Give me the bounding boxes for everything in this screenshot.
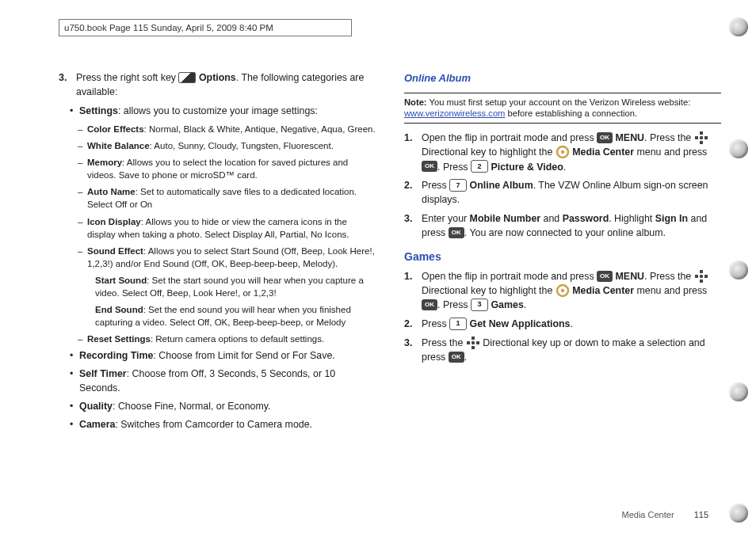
svg-rect-3 <box>704 136 708 139</box>
ok-key-icon: OK <box>597 132 613 143</box>
step-number: 3. <box>404 337 422 365</box>
ok-key-icon: OK <box>422 299 437 310</box>
ok-key-icon: OK <box>449 352 464 363</box>
ring-icon <box>729 504 748 523</box>
svg-point-18 <box>472 341 475 344</box>
svg-rect-16 <box>467 341 470 344</box>
step-number: 2. <box>404 318 422 332</box>
svg-point-13 <box>561 289 564 292</box>
step-text: Open the flip in portrait mode and press… <box>422 270 721 314</box>
dash-reset: Reset Settings: Return camera options to… <box>78 333 376 345</box>
ring-icon <box>729 260 748 280</box>
oa-step-1: 1. Open the flip in portrait mode and pr… <box>404 131 721 175</box>
bullet-camera: Camera: Switches from Camcorder to Camer… <box>70 418 376 432</box>
ok-key-icon: OK <box>449 227 464 238</box>
svg-point-4 <box>700 136 703 139</box>
step-text: Press 1 Get New Applications. <box>422 318 721 332</box>
step-3: 3. Press the right soft key Options. The… <box>59 71 376 100</box>
spiral-binding <box>729 0 751 540</box>
g-step-1: 1. Open the flip in portrait mode and pr… <box>404 270 721 314</box>
dpad-circle-icon <box>556 145 570 159</box>
svg-rect-0 <box>700 131 703 135</box>
settings-bullets: Settings: allows you to customize your i… <box>70 105 376 432</box>
step-number: 3. <box>59 71 76 100</box>
ring-icon <box>729 17 748 36</box>
doc-header: u750.book Page 115 Sunday, April 5, 2009… <box>59 19 352 36</box>
step-number: 1. <box>404 270 422 314</box>
sub-start-sound: Start Sound: Set the start sound you wil… <box>95 274 376 299</box>
dash-auto: Auto Name: Set to automatically save fil… <box>78 185 376 211</box>
footer-section: Media Center <box>622 510 674 519</box>
svg-point-11 <box>700 275 703 278</box>
key-3-icon: 3 <box>471 299 488 311</box>
dash-color: Color Effects: Normal, Black & White, An… <box>78 123 376 135</box>
bullet-quality: Quality: Choose Fine, Normal, or Economy… <box>70 400 376 414</box>
left-column: 3. Press the right soft key Options. The… <box>59 71 376 436</box>
ring-icon <box>729 382 748 401</box>
svg-rect-8 <box>700 280 703 283</box>
svg-rect-10 <box>704 275 708 278</box>
step-text: Open the flip in portrait mode and press… <box>422 131 721 175</box>
key-1-icon: 1 <box>449 318 467 330</box>
svg-rect-15 <box>472 346 475 349</box>
svg-rect-17 <box>476 341 479 344</box>
bullet-rectime: Recording Time: Choose from Limit for Se… <box>70 349 376 363</box>
step-number: 3. <box>404 212 422 241</box>
step-number: 2. <box>404 179 422 207</box>
g-step-2: 2. Press 1 Get New Applications. <box>404 318 721 332</box>
oa-step-3: 3. Enter your Mobile Number and Password… <box>404 212 721 241</box>
step-text: Enter your Mobile Number and Password. H… <box>422 212 721 241</box>
dpad-icon <box>694 131 708 145</box>
soft-key-icon <box>178 72 196 83</box>
dash-memory: Memory: Allows you to select the locatio… <box>78 156 376 181</box>
doc-header-text: u750.book Page 115 Sunday, April 5, 2009… <box>64 23 273 32</box>
dash-icon: Icon Display: Allows you to hide or view… <box>78 215 376 241</box>
step-text: Press 7 Online Album. The VZW Online Alb… <box>422 179 721 207</box>
ok-key-icon: OK <box>422 161 437 172</box>
page-body: 3. Press the right soft key Options. The… <box>59 71 724 436</box>
step-text: Press the right soft key Options. The fo… <box>76 71 376 100</box>
dpad-circle-icon <box>556 283 570 298</box>
ring-icon <box>729 139 748 158</box>
svg-rect-14 <box>472 337 475 340</box>
settings-sublist: Color Effects: Normal, Black & White, An… <box>78 123 376 345</box>
svg-point-6 <box>561 150 564 154</box>
right-column: Online Album Note: You must first setup … <box>404 71 721 436</box>
section-games: Games <box>404 249 721 264</box>
bullet-settings: Settings: allows you to customize your i… <box>70 105 376 119</box>
oa-step-2: 2. Press 7 Online Album. The VZW Online … <box>404 179 721 207</box>
sub-end-sound: End Sound: Set the end sound you will he… <box>95 303 376 329</box>
svg-rect-2 <box>695 136 698 139</box>
dash-sound: Sound Effect: Allows you to select Start… <box>78 245 376 270</box>
note-box: Note: You must first setup your account … <box>404 93 721 124</box>
footer-page-number: 115 <box>694 510 708 519</box>
g-step-3: 3. Press the Directional key up or down … <box>404 337 721 365</box>
step-text: Press the Directional key up or down to … <box>422 337 721 365</box>
dash-wb: White Balance: Auto, Sunny, Cloudy, Tung… <box>78 139 376 152</box>
key-7-icon: 7 <box>449 179 467 192</box>
page-footer: Media Center 115 <box>622 510 708 519</box>
dpad-icon <box>694 269 708 283</box>
dpad-icon <box>466 336 480 350</box>
ok-key-icon: OK <box>597 271 613 282</box>
svg-rect-9 <box>695 275 698 278</box>
svg-rect-7 <box>700 270 703 273</box>
key-2-icon: 2 <box>471 160 488 173</box>
section-online-album: Online Album <box>404 71 721 86</box>
step-number: 1. <box>404 131 422 175</box>
svg-rect-1 <box>700 141 703 144</box>
verizon-link[interactable]: www.verizonwireless.com <box>404 108 505 118</box>
bullet-selftimer: Self Timer: Choose from Off, 3 Seconds, … <box>70 367 376 396</box>
